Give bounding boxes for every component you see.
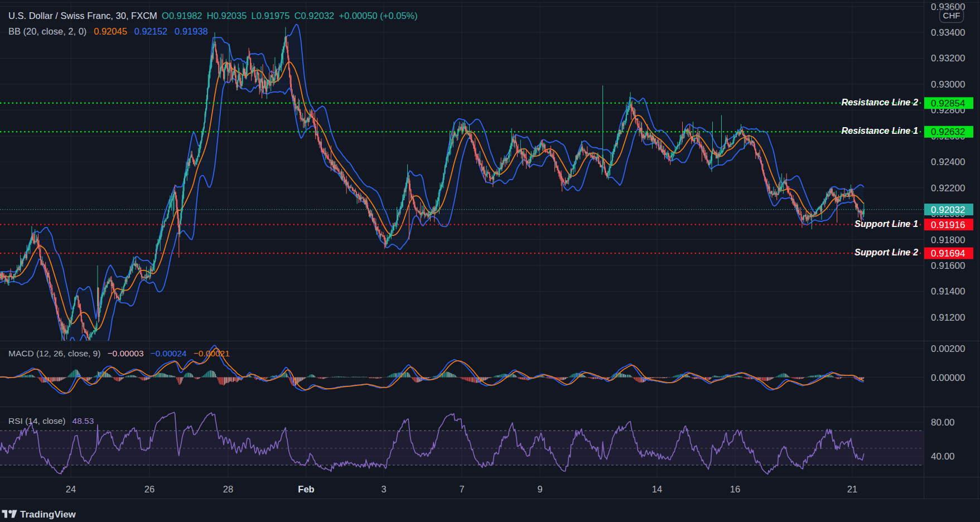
svg-text:Resistance Line 2: Resistance Line 2 — [841, 97, 918, 107]
svg-text:0.93400: 0.93400 — [931, 27, 965, 38]
svg-text:U.S. Dollar / Swiss Franc, 30,: U.S. Dollar / Swiss Franc, 30, FXCM O0.9… — [8, 11, 418, 21]
svg-text:CHF: CHF — [943, 11, 960, 20]
svg-text:0.91200: 0.91200 — [931, 312, 965, 323]
svg-text:16: 16 — [730, 484, 740, 494]
svg-text:BB (20, close, 2, 0) 0.92045: BB (20, close, 2, 0) 0.92045 0.92152 0.9… — [8, 26, 208, 36]
svg-text:0.00200: 0.00200 — [931, 344, 965, 354]
svg-text:0.93000: 0.93000 — [931, 79, 965, 90]
svg-text:14: 14 — [652, 484, 662, 494]
svg-text:0.92854: 0.92854 — [931, 98, 965, 109]
svg-text:26: 26 — [144, 484, 155, 494]
svg-text:Support Line 1: Support Line 1 — [855, 219, 918, 229]
svg-text:0.91800: 0.91800 — [931, 235, 965, 245]
svg-text:0.91694: 0.91694 — [931, 248, 965, 259]
svg-text:3: 3 — [381, 484, 386, 494]
svg-text:7: 7 — [459, 484, 464, 494]
svg-text:0.91916: 0.91916 — [931, 220, 965, 230]
svg-text:0.92032: 0.92032 — [931, 205, 965, 215]
svg-text:RSI (14, close) 48.53: RSI (14, close) 48.53 — [8, 416, 94, 426]
svg-text:Resistance Line 1: Resistance Line 1 — [841, 125, 918, 136]
svg-text:Support Line 2: Support Line 2 — [855, 247, 918, 257]
svg-text:28: 28 — [223, 484, 233, 494]
svg-text:0.93200: 0.93200 — [931, 53, 965, 64]
svg-text:21: 21 — [847, 484, 857, 494]
svg-text:MACD (12, 26, close, 9) −0.00: MACD (12, 26, close, 9) −0.00003 −0.0002… — [8, 349, 230, 358]
svg-text:9: 9 — [537, 484, 542, 494]
svg-text:0.92200: 0.92200 — [931, 183, 965, 194]
svg-text:0.92632: 0.92632 — [931, 127, 965, 137]
svg-text:TradingView: TradingView — [20, 509, 76, 520]
svg-text:0.00000: 0.00000 — [931, 373, 965, 383]
svg-text:0.92400: 0.92400 — [931, 157, 965, 167]
svg-text:0.91400: 0.91400 — [931, 286, 965, 297]
svg-text:0.91600: 0.91600 — [931, 260, 965, 271]
svg-text:40.00: 40.00 — [931, 451, 955, 462]
svg-text:Feb: Feb — [298, 484, 314, 494]
svg-text:80.00: 80.00 — [931, 417, 955, 428]
svg-text:24: 24 — [66, 484, 76, 494]
